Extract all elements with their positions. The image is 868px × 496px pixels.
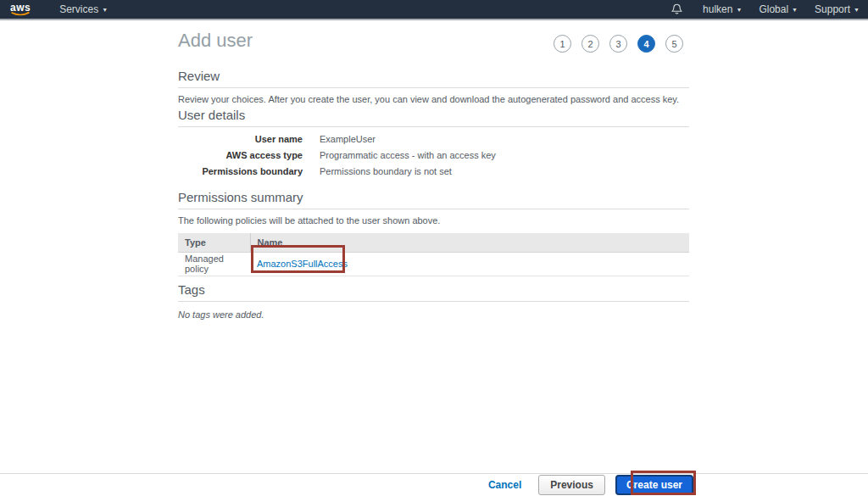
account-menu-label: hulken [703,3,732,15]
permissions-boundary-row: Permissions boundary Permissions boundar… [178,167,689,176]
tags-empty-text: No tags were added. [178,309,689,320]
user-name-value: ExampleUser [320,135,376,144]
services-menu[interactable]: Services ▼ [51,0,116,19]
access-type-row: AWS access type Programmatic access - wi… [178,151,689,160]
permissions-boundary-value: Permissions boundary is not set [320,167,452,176]
permissions-summary-description: The following policies will be attached … [178,215,689,226]
wizard-step-5[interactable]: 5 [665,35,683,53]
footer-action-bar: Cancel Previous Create user [0,473,868,496]
support-menu-label: Support [815,3,850,15]
tags-heading: Tags [178,282,689,302]
services-menu-label: Services [59,3,98,15]
review-section: Review Review your choices. After you cr… [178,69,689,104]
support-menu[interactable]: Support ▼ [806,0,868,19]
notifications-button[interactable] [659,0,694,19]
permissions-boundary-label: Permissions boundary [178,167,303,176]
top-navigation-bar: aws Services ▼ hulken ▼ Global ▼ Support… [0,0,868,20]
wizard-step-indicator: 1 2 3 4 5 [554,35,683,53]
permissions-summary-heading: Permissions summary [178,190,689,209]
support-caret-icon: ▼ [854,7,860,13]
cancel-link[interactable]: Cancel [488,479,521,491]
table-row: Managed policy AmazonS3FullAccess [178,252,689,276]
region-menu[interactable]: Global ▼ [750,0,806,19]
policy-type-cell: Managed policy [178,252,250,276]
permissions-summary-section: Permissions summary The following polici… [178,190,689,276]
region-menu-label: Global [759,3,788,15]
wizard-step-1[interactable]: 1 [554,35,571,53]
access-type-label: AWS access type [178,151,303,160]
user-name-row: User name ExampleUser [178,135,689,144]
wizard-step-4-active[interactable]: 4 [637,35,655,53]
name-column-header: Name [250,233,689,252]
bell-icon [671,3,682,15]
account-menu[interactable]: hulken ▼ [694,0,750,19]
account-caret-icon: ▼ [736,7,742,13]
user-details-section: User details User name ExampleUser AWS a… [178,108,689,183]
policy-link[interactable]: AmazonS3FullAccess [257,259,348,269]
region-caret-icon: ▼ [792,7,798,13]
previous-button[interactable]: Previous [538,475,605,495]
aws-smile-icon [11,12,30,16]
aws-logo[interactable]: aws [10,3,31,16]
policy-name-cell: AmazonS3FullAccess [250,252,689,276]
access-type-value: Programmatic access - with an access key [320,151,496,160]
tags-section: Tags No tags were added. [178,282,689,320]
user-name-label: User name [178,135,303,144]
page-title: Add user [178,30,253,52]
create-user-button[interactable]: Create user [615,475,693,495]
wizard-step-2[interactable]: 2 [581,35,599,53]
user-details-heading: User details [178,108,689,127]
review-description: Review your choices. After you create th… [178,94,689,104]
policies-table: Type Name Managed policy AmazonS3FullAcc… [178,233,689,276]
type-column-header: Type [178,233,250,252]
review-heading: Review [178,69,689,88]
services-caret-icon: ▼ [102,7,108,13]
wizard-step-3[interactable]: 3 [609,35,627,53]
policies-table-header-row: Type Name [178,233,689,252]
